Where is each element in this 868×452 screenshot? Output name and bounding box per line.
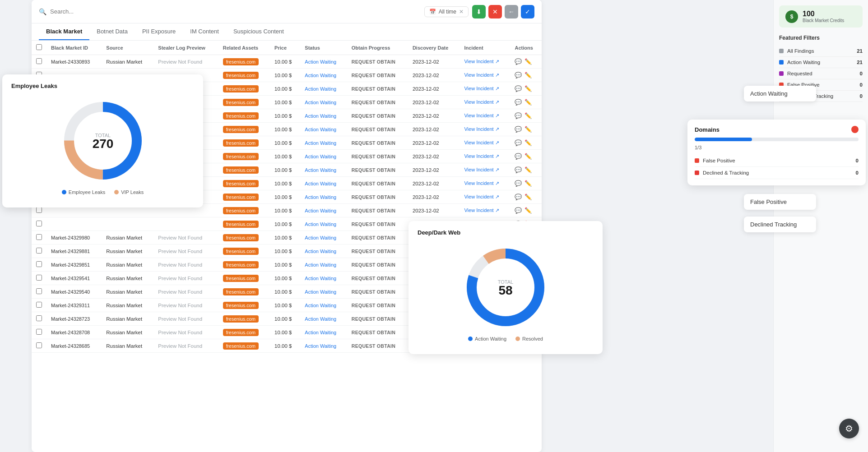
row-checkbox[interactable] — [36, 302, 42, 308]
row-checkbox[interactable] — [36, 342, 42, 348]
cell-obtain[interactable]: REQUEST OBTAIN — [347, 204, 408, 217]
comment-icon[interactable]: 💬 — [515, 99, 522, 106]
comment-icon[interactable]: 💬 — [515, 207, 522, 214]
comment-icon[interactable]: 💬 — [515, 153, 522, 160]
domains-close-button[interactable] — [851, 126, 859, 133]
date-filter[interactable]: 📅 All time ✕ — [424, 6, 469, 17]
edit-icon[interactable]: ✏️ — [525, 194, 532, 200]
cell-incident[interactable]: View Incident ↗ — [460, 123, 510, 136]
edit-icon[interactable]: ✏️ — [525, 85, 532, 92]
cell-price: 10.00 $ — [270, 258, 300, 272]
row-checkbox[interactable] — [36, 261, 42, 267]
cell-incident[interactable]: View Incident ↗ — [460, 136, 510, 150]
comment-icon[interactable]: 💬 — [515, 72, 522, 78]
filter-name: Action Waiting — [787, 60, 820, 65]
cell-obtain[interactable]: REQUEST OBTAIN — [347, 339, 408, 353]
comment-icon[interactable]: 💬 — [515, 58, 522, 65]
search-input[interactable] — [50, 8, 421, 15]
edit-icon[interactable]: ✏️ — [525, 72, 532, 78]
row-checkbox[interactable] — [36, 221, 42, 226]
edit-icon[interactable]: ✏️ — [525, 126, 532, 133]
comment-icon[interactable]: 💬 — [515, 112, 522, 119]
cell-obtain[interactable]: REQUEST OBTAIN — [347, 82, 408, 96]
cell-actions: 💬 ✏️ — [510, 123, 542, 136]
delete-button[interactable]: ✕ — [488, 5, 502, 18]
cell-incident[interactable]: View Incident ↗ — [460, 163, 510, 177]
cell-incident[interactable]: View Incident ↗ — [460, 190, 510, 204]
back-button[interactable]: ← — [505, 5, 518, 18]
col-stealer-log: Stealer Log Preview — [153, 41, 218, 55]
tab-im-content[interactable]: IM Content — [183, 23, 226, 40]
cell-obtain[interactable]: REQUEST OBTAIN — [347, 55, 408, 69]
row-checkbox[interactable] — [36, 58, 42, 64]
edit-icon[interactable]: ✏️ — [525, 166, 532, 173]
cell-obtain[interactable]: REQUEST OBTAIN — [347, 96, 408, 109]
row-checkbox[interactable] — [36, 315, 42, 321]
cell-incident[interactable]: View Incident ↗ — [460, 82, 510, 96]
cell-obtain[interactable]: REQUEST OBTAIN — [347, 69, 408, 82]
close-icon[interactable]: ✕ — [459, 9, 464, 15]
confirm-button[interactable]: ✓ — [521, 5, 534, 18]
edit-icon[interactable]: ✏️ — [525, 99, 532, 106]
cell-obtain[interactable]: REQUEST OBTAIN — [347, 123, 408, 136]
domain-filter-item[interactable]: Declined & Tracking 0 — [695, 167, 859, 179]
tab-botnet-data[interactable]: Botnet Data — [89, 23, 135, 40]
select-all-checkbox[interactable] — [36, 44, 42, 50]
edit-icon[interactable]: ✏️ — [525, 180, 532, 187]
row-checkbox[interactable] — [36, 234, 42, 240]
comment-icon[interactable]: 💬 — [515, 194, 522, 200]
edit-icon[interactable]: ✏️ — [525, 112, 532, 119]
cell-obtain[interactable]: REQUEST OBTAIN — [347, 299, 408, 312]
comment-icon[interactable]: 💬 — [515, 85, 522, 92]
row-checkbox[interactable] — [36, 207, 42, 213]
cell-incident[interactable]: View Incident ↗ — [460, 69, 510, 82]
edit-icon[interactable]: ✏️ — [525, 139, 532, 146]
cell-obtain[interactable]: REQUEST OBTAIN — [347, 109, 408, 123]
edit-icon[interactable]: ✏️ — [525, 58, 532, 65]
comment-icon[interactable]: 💬 — [515, 139, 522, 146]
tab-suspicious-content[interactable]: Suspicious Content — [226, 23, 291, 40]
cell-incident[interactable]: View Incident ↗ — [460, 150, 510, 163]
comment-icon[interactable]: 💬 — [515, 166, 522, 173]
row-checkbox[interactable] — [36, 288, 42, 294]
cell-obtain[interactable]: REQUEST OBTAIN — [347, 190, 408, 204]
cell-incident[interactable]: View Incident ↗ — [460, 109, 510, 123]
cell-incident[interactable]: View Incident ↗ — [460, 204, 510, 217]
edit-icon[interactable]: ✏️ — [525, 153, 532, 160]
domain-filter-dot — [695, 171, 699, 175]
cell-incident[interactable]: View Incident ↗ — [460, 96, 510, 109]
cell-market-id: Market-24329881 — [46, 244, 102, 258]
col-discovery-date: Discovery Date — [408, 41, 460, 55]
edit-icon[interactable]: ✏️ — [525, 207, 532, 214]
cell-obtain[interactable]: REQUEST OBTAIN — [347, 150, 408, 163]
comment-icon[interactable]: 💬 — [515, 126, 522, 133]
cell-obtain[interactable]: REQUEST OBTAIN — [347, 136, 408, 150]
row-checkbox[interactable] — [36, 248, 42, 254]
cell-obtain[interactable]: REQUEST OBTAIN — [347, 217, 408, 231]
cell-obtain[interactable]: REQUEST OBTAIN — [347, 163, 408, 177]
cell-obtain[interactable]: REQUEST OBTAIN — [347, 285, 408, 299]
comment-icon[interactable]: 💬 — [515, 180, 522, 187]
row-checkbox[interactable] — [36, 275, 42, 281]
cell-obtain[interactable]: REQUEST OBTAIN — [347, 231, 408, 244]
gear-button[interactable]: ⚙ — [839, 419, 859, 438]
cell-obtain[interactable]: REQUEST OBTAIN — [347, 272, 408, 285]
cell-market-id: Market-24328685 — [46, 339, 102, 353]
toolbar-buttons: ⬇ ✕ ← ✓ — [472, 5, 534, 18]
filter-item[interactable]: Action Waiting 21 — [779, 57, 863, 68]
tab-pii-exposure[interactable]: PII Exposure — [135, 23, 183, 40]
cell-price: 10.00 $ — [270, 299, 300, 312]
tab-black-market[interactable]: Black Market — [39, 23, 89, 40]
row-checkbox[interactable] — [36, 329, 42, 335]
domain-filter-item[interactable]: False Positive 0 — [695, 155, 859, 167]
cell-obtain[interactable]: REQUEST OBTAIN — [347, 177, 408, 190]
cell-obtain[interactable]: REQUEST OBTAIN — [347, 244, 408, 258]
cell-obtain[interactable]: REQUEST OBTAIN — [347, 312, 408, 326]
cell-obtain[interactable]: REQUEST OBTAIN — [347, 326, 408, 339]
cell-incident[interactable]: View Incident ↗ — [460, 55, 510, 69]
filter-item[interactable]: Requested 0 — [779, 68, 863, 79]
cell-incident[interactable]: View Incident ↗ — [460, 177, 510, 190]
download-button[interactable]: ⬇ — [472, 5, 486, 18]
cell-obtain[interactable]: REQUEST OBTAIN — [347, 258, 408, 272]
filter-item[interactable]: All Findings 21 — [779, 46, 863, 57]
